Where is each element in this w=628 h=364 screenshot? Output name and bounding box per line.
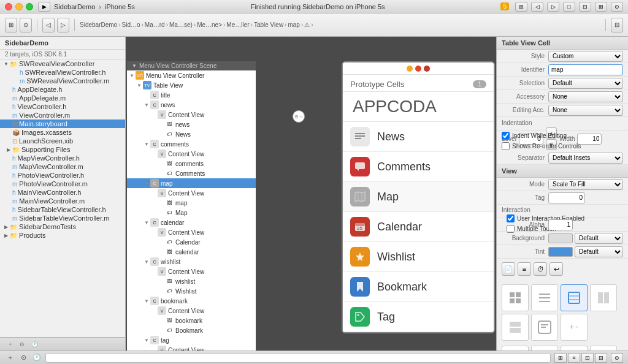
st-item-map[interactable]: ▼ C map [127, 178, 256, 188]
rp-grid-icon-5[interactable] [502, 314, 529, 341]
accessory-select[interactable]: None [548, 91, 623, 102]
breadcrumb-item-5[interactable]: Me…ne> [197, 21, 222, 28]
st-item-calendar[interactable]: ▼ C calendar [127, 218, 256, 227]
breadcrumb-item-3[interactable]: Ma…rd [145, 21, 165, 28]
jump-bar-btn[interactable]: ⊙ [20, 18, 32, 32]
st-item-news[interactable]: ▼ C news [127, 100, 256, 110]
rp-icon-list[interactable]: ≡ [518, 262, 531, 276]
rp-identifier-value[interactable] [548, 64, 623, 75]
st-item-cv-map[interactable]: V Content View [127, 188, 256, 198]
tree-item-photovch[interactable]: h PhotoViewController.h [0, 171, 125, 180]
reorder-checkbox[interactable] [502, 142, 510, 150]
toolbar-icon-3[interactable]: ▷ [547, 2, 559, 12]
filter-input[interactable] [45, 353, 551, 363]
st-item-news-label[interactable]: 🏷 News [127, 129, 256, 139]
list-view-btn[interactable]: ≡ [568, 353, 580, 363]
rp-grid-icon-3[interactable] [561, 284, 588, 311]
mode-select[interactable]: Scale To Fill [548, 179, 623, 190]
rp-grid-icon-1[interactable] [502, 284, 529, 311]
st-item-bookmark[interactable]: ▼ C bookmark [127, 296, 256, 306]
breadcrumb-item-8[interactable]: map [288, 21, 299, 28]
tree-item-photovcm[interactable]: m PhotoViewController.m [0, 180, 125, 188]
rp-grid-icon-7[interactable]: +- [561, 314, 588, 341]
editing-acc-select[interactable]: None [548, 105, 623, 116]
st-item-map-img[interactable]: 🖼 map [127, 198, 256, 208]
breadcrumb-item-4[interactable]: Ma…se) [169, 21, 193, 28]
rp-grid-icon-11[interactable] [590, 346, 617, 351]
st-item-bookmark-label[interactable]: 🏷 Bookmark [127, 325, 256, 335]
st-item-wishlist-img[interactable]: 🖼 wishlist [127, 276, 256, 286]
split-view-btn[interactable]: ⊟ [595, 353, 607, 363]
rp-grid-icon-10[interactable]: img [561, 346, 588, 351]
tree-item-swreveal[interactable]: ▼ 📁 SWRevealViewController [0, 59, 125, 68]
menu-item-map[interactable]: Map [343, 182, 494, 212]
recent-btn[interactable]: 🕐 [29, 339, 39, 349]
st-item-cv-bookmark[interactable]: V Content View [127, 306, 256, 316]
st-item-title[interactable]: C title [127, 90, 256, 100]
tree-item-sidebartvcm[interactable]: m SidebarTableViewController.m [0, 214, 125, 222]
status-clock-btn[interactable]: 🕐 [32, 353, 42, 363]
st-item-mvc[interactable]: ▼ VC Menu View Controller [127, 70, 256, 80]
background-color-box[interactable] [548, 233, 573, 243]
minimize-button[interactable] [15, 3, 23, 10]
st-item-cv-tag[interactable]: V Content View [127, 345, 256, 351]
tree-item-swm[interactable]: m SWRevealViewController.m [0, 77, 125, 85]
tree-item-launchscreen[interactable]: ⊡ LaunchScreen.xib [0, 137, 125, 145]
menu-item-calendar[interactable]: 25 Calendar [343, 212, 494, 242]
status-filter-btn[interactable]: ⊙ [18, 353, 28, 363]
close-button[interactable] [5, 3, 12, 10]
toolbar-icon-5[interactable]: ⊡ [579, 2, 591, 12]
menu-item-tag[interactable]: Tag [343, 302, 494, 332]
menu-item-wishlist[interactable]: Wishlist [343, 242, 494, 272]
rp-icon-doc[interactable]: 📄 [502, 262, 515, 276]
tree-item-sidebartests[interactable]: ▶ 📁 SidebarDemoTests [0, 222, 125, 231]
tree-item-supporting[interactable]: ▶ 📁 Supporting Files [0, 145, 125, 154]
tint-select[interactable]: Default [575, 246, 623, 257]
rp-grid-icon-8[interactable] [502, 346, 529, 351]
rp-grid-icon-6[interactable] [531, 314, 558, 341]
rp-grid-icon-2[interactable] [531, 284, 558, 311]
menu-item-bookmark[interactable]: Bookmark [343, 272, 494, 302]
tree-item-mapvch[interactable]: h MapViewController.h [0, 154, 125, 162]
st-item-cv-news[interactable]: V Content View [127, 110, 256, 119]
tree-item-swh[interactable]: h SWRevealViewController.h [0, 68, 125, 77]
tree-item-appdelegatem[interactable]: m AppDelegate.m [0, 94, 125, 102]
toolbar-icon-1[interactable]: ⊞ [515, 2, 527, 12]
tree-item-images[interactable]: 📦 Images.xcassets [0, 128, 125, 137]
st-item-tableview[interactable]: ▼ TV Table View [127, 80, 256, 90]
storyboard-canvas[interactable]: ▼ Menu View Controller Scene ▼ VC Menu V… [126, 37, 496, 351]
tree-item-mainstoryboard[interactable]: ⊡ Main.storyboard [0, 119, 125, 128]
tree-item-products[interactable]: ▶ 📁 Products [0, 231, 125, 240]
st-item-news-img[interactable]: 🖼 news [127, 119, 256, 129]
grid-view-btn[interactable]: ⊞ [554, 353, 567, 363]
menu-item-comments[interactable]: Comments [343, 152, 494, 182]
menu-item-news[interactable]: News [343, 122, 494, 152]
tree-item-mainvcm[interactable]: m MainViewController.m [0, 197, 125, 205]
toolbar-icon-6[interactable]: ⊞ [595, 2, 607, 12]
toolbar-icon-2[interactable]: ◁ [531, 2, 543, 12]
back-btn[interactable]: ◁ [42, 18, 55, 32]
selection-select[interactable]: Default [548, 78, 623, 89]
st-item-comments-img[interactable]: 🖼 comments [127, 159, 256, 169]
scene-header-menu[interactable]: ▼ Menu View Controller Scene [127, 61, 256, 70]
add-file-btn[interactable]: ＋ [5, 339, 15, 349]
st-item-calendar-label[interactable]: 🏷 Calendar [127, 237, 256, 247]
st-item-comments[interactable]: ▼ C comments [127, 139, 256, 149]
st-item-cv-comments[interactable]: V Content View [127, 149, 256, 159]
detail-view-btn[interactable]: ⊡ [581, 353, 594, 363]
toolbar-icon-7[interactable]: ⊙ [611, 2, 623, 12]
st-item-cv-calendar[interactable]: V Content View [127, 227, 256, 237]
st-item-wishlist-label[interactable]: 🏷 Wishlist [127, 286, 256, 296]
maximize-button[interactable] [26, 3, 33, 10]
st-item-bookmark-img[interactable]: 🖼 bookmark [127, 316, 256, 325]
identifier-input[interactable] [548, 64, 623, 75]
st-item-comments-label[interactable]: 🏷 Comments [127, 169, 256, 178]
tag-input[interactable] [548, 192, 585, 203]
tree-item-viewcontrollerm[interactable]: m ViewController.m [0, 111, 125, 119]
tree-item-mapvcm[interactable]: m MapViewController.m [0, 162, 125, 171]
forward-btn[interactable]: ▷ [57, 18, 69, 32]
inspector-toggle[interactable]: ⊟ [611, 18, 623, 32]
breadcrumb-item-7[interactable]: Table View [254, 21, 283, 28]
filter-btn[interactable]: ⊙ [17, 339, 27, 349]
breadcrumb-item-1[interactable]: SidebarDemo [80, 21, 117, 28]
